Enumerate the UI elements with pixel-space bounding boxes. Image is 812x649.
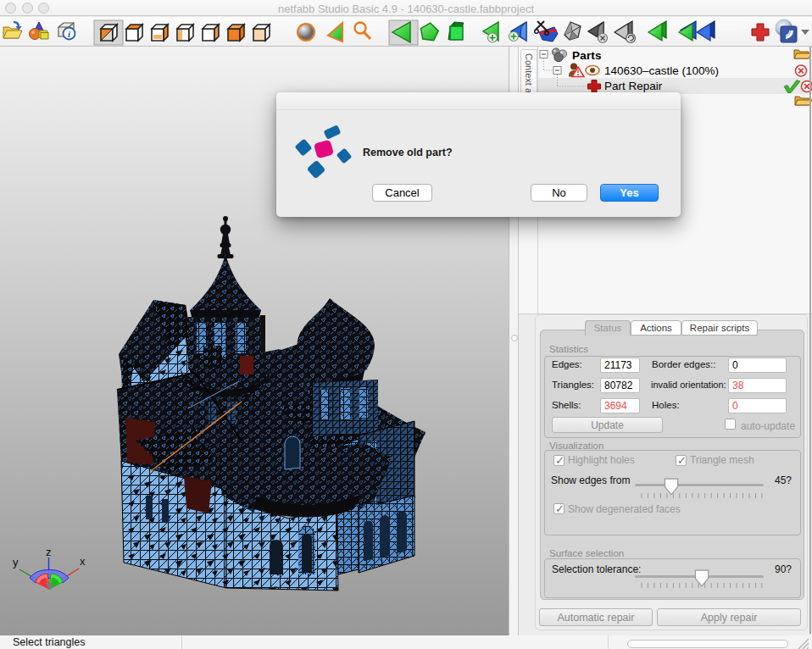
svg-text:z: z	[46, 546, 52, 558]
svg-text:x: x	[80, 555, 86, 568]
svg-text:y: y	[13, 556, 19, 569]
